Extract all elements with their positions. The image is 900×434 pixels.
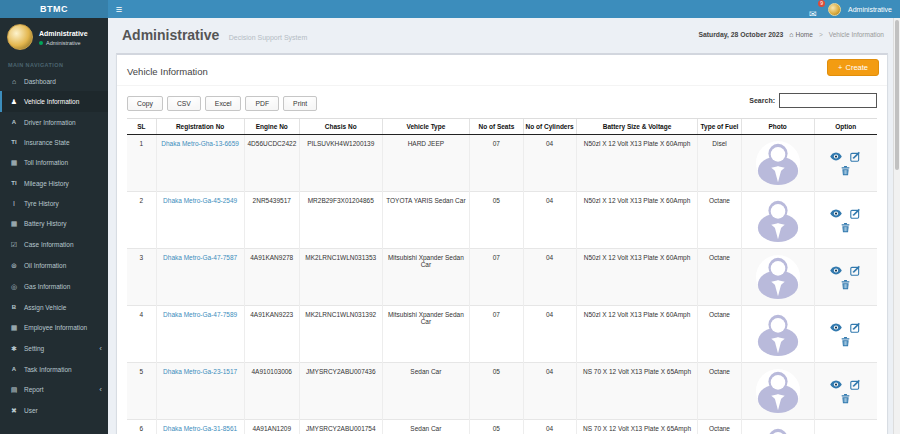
registration-link[interactable]: Dhaka Metro-Ga-45-2549	[163, 197, 237, 204]
create-button[interactable]: + Create	[827, 59, 879, 76]
edit-button[interactable]	[850, 265, 861, 276]
cell-registration-no: Dhaka Metro-Ga-47-7589	[156, 306, 244, 363]
pdf-export-button[interactable]: PDF	[245, 96, 279, 111]
sidebar-item-case-information[interactable]: ☑ Case Information ‹	[0, 234, 108, 255]
table-toolbar: CopyCSVExcelPDFPrint Search:	[117, 86, 887, 116]
delete-button[interactable]	[824, 336, 868, 347]
cell-option	[814, 135, 877, 192]
cell-engine-no: 4A91AN1209	[244, 420, 300, 434]
cell-engine-no: 2NR5439517	[244, 192, 300, 249]
sidebar-item-insurance-state[interactable]: TI Insurance State ‹	[0, 132, 108, 152]
print-export-button[interactable]: Print	[283, 96, 317, 111]
trash-icon	[841, 222, 850, 233]
edit-button[interactable]	[850, 379, 861, 390]
sidebar-item-tyre-history[interactable]: I Tyre History ‹	[0, 193, 108, 213]
column-header-vehicle-type[interactable]: Vehicle Type	[382, 119, 470, 135]
sidebar-item-assign-vehicle[interactable]: B Assign Vehicle ‹	[0, 297, 108, 317]
top-navbar: BTMC ≡ ✉ 9 Administrative	[0, 0, 900, 18]
cell-seats: 05	[470, 192, 523, 249]
breadcrumb-home[interactable]: ⌂Home	[789, 31, 813, 38]
column-header-battery-size-voltage[interactable]: Battery Size & Voltage	[576, 119, 698, 135]
table-row: 5 Dhaka Metro-Ga-23-1517 4A910103006 JMY…	[127, 363, 877, 420]
column-header-no-of-cylinders[interactable]: No of Cylinders	[523, 119, 576, 135]
cell-chasis-no: MR2B29F3X01204865	[300, 192, 383, 249]
search-label: Search:	[749, 97, 775, 104]
sidebar-item-toll-information[interactable]: ▦ Toll Information ‹	[0, 152, 108, 173]
delete-button[interactable]	[824, 279, 868, 290]
sidebar-item-task-information[interactable]: A Task Information ‹	[0, 359, 108, 379]
scrollbar-thumb[interactable]	[895, 20, 899, 170]
view-button[interactable]	[830, 209, 842, 218]
sidebar-item-gas-information[interactable]: ◎ Gas Information ‹	[0, 276, 108, 297]
profile-status: Administrative	[39, 40, 88, 46]
search-area: Search:	[749, 93, 877, 108]
sidebar-item-setting[interactable]: ✱ Setting ‹	[0, 338, 108, 359]
cell-fuel: Octane	[698, 192, 742, 249]
column-header-sl[interactable]: SL	[127, 119, 156, 135]
sidebar-item-report[interactable]: ▤ Report ‹	[0, 379, 108, 400]
trash-icon	[841, 393, 850, 404]
view-button[interactable]	[830, 323, 842, 332]
main-content: Administrative Decision Support System S…	[108, 18, 900, 434]
cell-cylinders: 04	[523, 363, 576, 420]
cell-fuel: Octane	[698, 363, 742, 420]
column-header-no-of-seats[interactable]: No of Seats	[470, 119, 523, 135]
column-header-engine-no[interactable]: Engine No	[244, 119, 300, 135]
cell-photo	[741, 249, 814, 306]
view-button[interactable]	[830, 152, 842, 161]
view-button[interactable]	[830, 266, 842, 275]
vertical-scrollbar[interactable]	[893, 18, 900, 434]
delete-button[interactable]	[824, 393, 868, 404]
excel-export-button[interactable]: Excel	[205, 96, 242, 111]
cell-sl: 1	[127, 135, 156, 192]
cell-chasis-no: PILSUVKH4W1200139	[300, 135, 383, 192]
vehicle-information-panel: Vehicle Information + Create CopyCSVExce…	[116, 53, 888, 434]
user-menu[interactable]: Administrative	[848, 6, 892, 13]
sidebar-item-employee-information[interactable]: ▦ Employee Information ‹	[0, 317, 108, 338]
edit-icon	[850, 151, 861, 162]
table-row: 2 Dhaka Metro-Ga-45-2549 2NR5439517 MR2B…	[127, 192, 877, 249]
sidebar-item-user[interactable]: ✖ User ‹	[0, 400, 108, 421]
vehicle-icon: ♟	[8, 98, 20, 106]
breadcrumb-separator: >	[819, 31, 823, 38]
search-input[interactable]	[779, 93, 877, 108]
sidebar-item-mileage-history[interactable]: TI Mileage History ‹	[0, 173, 108, 193]
edit-button[interactable]	[850, 208, 861, 219]
registration-link[interactable]: Dhaka Metro-Gha-13-6659	[161, 140, 239, 147]
delete-button[interactable]	[824, 222, 868, 233]
copy-export-button[interactable]: Copy	[127, 96, 163, 111]
column-header-registration-no[interactable]: Registration No	[156, 119, 244, 135]
vehicle-table: SLRegistration NoEngine NoChasis NoVehic…	[127, 118, 877, 434]
breadcrumb-current: Vehicle Information	[829, 31, 884, 38]
sidebar-item-driver-information[interactable]: A Driver Information ‹	[0, 112, 108, 132]
trash-icon	[841, 165, 850, 176]
column-header-chasis-no[interactable]: Chasis No	[300, 119, 383, 135]
user-avatar[interactable]	[828, 3, 841, 16]
registration-link[interactable]: Dhaka Metro-Ga-47-7589	[163, 311, 237, 318]
view-button[interactable]	[830, 380, 842, 389]
brand-logo[interactable]: BTMC	[0, 0, 108, 18]
cell-photo	[741, 135, 814, 192]
edit-icon	[850, 265, 861, 276]
avatar-placeholder-image	[755, 425, 801, 434]
sidebar-item-vehicle-information[interactable]: ♟ Vehicle Information ‹	[0, 91, 108, 112]
messages-button[interactable]: ✉ 9	[809, 3, 821, 15]
registration-link[interactable]: Dhaka Metro-Ga-31-8561	[163, 425, 237, 432]
edit-button[interactable]	[850, 151, 861, 162]
eye-icon	[830, 209, 842, 218]
sidebar-item-oil-information[interactable]: ⊛ Oil Information ‹	[0, 255, 108, 276]
sidebar-item-dashboard[interactable]: ⌂ Dashboard ‹	[0, 71, 108, 91]
home-icon: ⌂	[8, 78, 20, 85]
hamburger-menu-icon[interactable]: ≡	[108, 0, 130, 18]
column-header-photo[interactable]: Photo	[741, 119, 814, 135]
registration-link[interactable]: Dhaka Metro-Ga-23-1517	[163, 368, 237, 375]
registration-link[interactable]: Dhaka Metro-Ga-47-7587	[163, 254, 237, 261]
sidebar-item-battery-history[interactable]: ▦ Battery History ‹	[0, 213, 108, 234]
column-header-type-of-fuel[interactable]: Type of Fuel	[698, 119, 742, 135]
delete-button[interactable]	[824, 165, 868, 176]
cell-chasis-no: JMYSRCY2ABU001754	[300, 420, 383, 434]
edit-button[interactable]	[850, 322, 861, 333]
cell-registration-no: Dhaka Metro-Ga-23-1517	[156, 363, 244, 420]
csv-export-button[interactable]: CSV	[167, 96, 201, 111]
column-header-option[interactable]: Option	[814, 119, 877, 135]
